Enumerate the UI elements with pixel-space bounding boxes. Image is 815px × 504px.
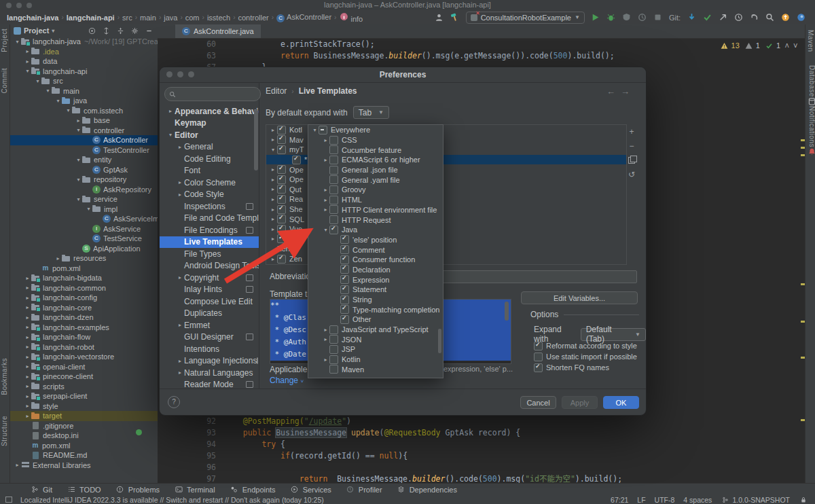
chevron-right-icon[interactable]: ▸ bbox=[269, 177, 277, 183]
chevron-right-icon[interactable]: ▸ bbox=[269, 166, 277, 173]
popup-scrollbar[interactable] bbox=[438, 329, 441, 353]
tool-stripe-bookmarks[interactable]: Bookmarks bbox=[1, 358, 8, 395]
toolwindow-dependencies[interactable]: Dependencies bbox=[397, 485, 457, 494]
context-checkbox[interactable] bbox=[329, 335, 338, 344]
context-checkbox[interactable] bbox=[329, 185, 338, 194]
template-checkbox[interactable] bbox=[277, 234, 286, 243]
chevron-down-icon[interactable]: ▾ bbox=[34, 78, 41, 84]
project-tree-item[interactable]: ▸data bbox=[10, 56, 158, 67]
context-checkbox[interactable] bbox=[340, 305, 349, 314]
context-item-general-json-file[interactable]: General .json file bbox=[308, 165, 443, 175]
context-checkbox[interactable] bbox=[329, 226, 338, 234]
chevron-right-icon[interactable]: ▸ bbox=[166, 108, 175, 114]
chevron-right-icon[interactable]: ▸ bbox=[322, 357, 329, 363]
chevron-right-icon[interactable]: ▸ bbox=[24, 374, 31, 380]
context-item-type-matching-completion[interactable]: Type-matching completion bbox=[308, 304, 443, 314]
collapse-icon[interactable] bbox=[115, 26, 125, 35]
context-item-http-client-environment-file[interactable]: ▸HTTP Client environment file bbox=[308, 205, 443, 215]
project-tree-item[interactable]: ▸base bbox=[10, 115, 158, 126]
chevron-right-icon[interactable]: ▸ bbox=[176, 192, 184, 198]
breadcrumb-item[interactable]: main bbox=[140, 14, 156, 22]
context-item-cucumber-feature[interactable]: Cucumber feature bbox=[308, 145, 443, 155]
chevron-down-icon[interactable]: ▾ bbox=[322, 227, 329, 233]
project-tree-item[interactable]: ▸pinecone-client bbox=[10, 372, 158, 382]
settings-item-reader-mode[interactable]: Reader Mode bbox=[160, 379, 259, 390]
context-item-comment[interactable]: Comment bbox=[308, 245, 443, 255]
settings-item-color-scheme[interactable]: ▸Color Scheme bbox=[160, 177, 259, 189]
toolwindow-todo[interactable]: TODO bbox=[67, 485, 101, 494]
chevron-down-icon[interactable]: ▾ bbox=[14, 39, 21, 45]
minus-icon[interactable] bbox=[144, 26, 153, 35]
context-checkbox[interactable] bbox=[319, 126, 327, 134]
tool-stripe-commit[interactable]: Commit bbox=[1, 68, 8, 93]
settings-item-compose-live-edit[interactable]: Compose Live Edit bbox=[160, 295, 259, 308]
project-tree-item[interactable]: ▾entity bbox=[10, 155, 158, 165]
chevron-right-icon[interactable]: ▸ bbox=[176, 179, 184, 185]
chevron-right-icon[interactable]: ▸ bbox=[75, 118, 82, 124]
stop-button[interactable] bbox=[653, 13, 663, 22]
settings-item-intentions[interactable]: Intentions bbox=[160, 343, 259, 355]
settings-item-file-encodings[interactable]: File Encodings bbox=[160, 224, 259, 236]
play-button[interactable] bbox=[591, 13, 600, 22]
project-tree-item[interactable]: ▸target bbox=[10, 411, 158, 421]
project-tree-item[interactable]: ▸.idea bbox=[10, 47, 158, 57]
change-link[interactable]: Change ˅ bbox=[270, 376, 304, 385]
event-log-icon[interactable] bbox=[5, 497, 12, 503]
breadcrumb-item[interactable]: info bbox=[339, 12, 363, 23]
context-checkbox[interactable] bbox=[329, 325, 338, 334]
indent-size[interactable]: 4 spaces bbox=[683, 496, 712, 504]
context-item-expression[interactable]: Expression bbox=[308, 274, 443, 285]
chevron-right-icon[interactable]: ▸ bbox=[269, 127, 277, 133]
target-icon[interactable] bbox=[87, 26, 96, 35]
chevron-right-icon[interactable]: ▸ bbox=[269, 226, 277, 232]
toolwindow-endpoints[interactable]: Endpoints bbox=[230, 485, 276, 494]
context-checkbox[interactable] bbox=[340, 315, 349, 324]
project-tree-item[interactable]: ▾src bbox=[10, 76, 158, 86]
chevron-right-icon[interactable]: ▸ bbox=[24, 393, 31, 399]
project-tree-item[interactable]: CAskServiceImpl bbox=[10, 214, 158, 224]
duplicate-template-button[interactable] bbox=[627, 156, 636, 165]
coverage-button[interactable] bbox=[622, 13, 632, 22]
template-text-scrollbar[interactable] bbox=[505, 302, 509, 321]
profiler-button[interactable] bbox=[638, 13, 647, 22]
expand-icon[interactable] bbox=[101, 26, 111, 35]
context-checkbox[interactable] bbox=[329, 355, 338, 364]
help-button[interactable]: ? bbox=[168, 396, 180, 408]
search-button[interactable] bbox=[765, 13, 774, 22]
context-checkbox[interactable] bbox=[329, 136, 338, 145]
context-checkbox[interactable] bbox=[340, 245, 349, 254]
git-update-button[interactable] bbox=[687, 13, 696, 22]
toolwindow-terminal[interactable]: Terminal bbox=[174, 485, 215, 494]
context-checkbox[interactable] bbox=[340, 255, 349, 264]
context-item-string[interactable]: String bbox=[308, 295, 443, 305]
chevron-right-icon[interactable]: ▸ bbox=[269, 186, 277, 192]
inspections-widget[interactable]: 1311ᐱᐯ bbox=[720, 41, 797, 50]
settings-history-arrows[interactable]: ←→ bbox=[606, 86, 635, 96]
settings-item-code-editing[interactable]: Code Editing bbox=[160, 153, 259, 165]
breadcrumb-item[interactable]: isstech bbox=[207, 14, 230, 22]
context-checkbox[interactable] bbox=[329, 156, 338, 164]
chevron-right-icon[interactable]: ▸ bbox=[269, 196, 277, 202]
settings-item-appearance-behavior[interactable]: ▸Appearance & Behavior bbox=[160, 105, 259, 118]
chevron-down-icon[interactable]: ▾ bbox=[54, 98, 62, 104]
toolwindow-services[interactable]: Services bbox=[290, 485, 331, 494]
settings-item-font[interactable]: Font bbox=[160, 165, 259, 177]
project-tree-item[interactable]: ▸style bbox=[10, 401, 158, 412]
chevron-right-icon[interactable]: ▸ bbox=[24, 285, 31, 291]
chevron-right-icon[interactable]: ▸ bbox=[322, 206, 329, 213]
settings-breadcrumb-parent[interactable]: Editor bbox=[266, 86, 287, 96]
chevron-down-icon[interactable]: ▾ bbox=[269, 147, 277, 153]
remove-template-button[interactable]: − bbox=[627, 141, 636, 151]
chevron-right-icon[interactable]: ▸ bbox=[24, 295, 31, 301]
project-tree-item[interactable]: IAskRepository bbox=[10, 185, 158, 195]
breadcrumb-item[interactable]: CAskController bbox=[276, 13, 331, 22]
context-item-ecmascript-6-or-higher[interactable]: ▸ECMAScript 6 or higher bbox=[308, 155, 443, 165]
project-tree-item[interactable]: CTestController bbox=[10, 145, 158, 156]
project-tree-item[interactable]: ▸langchain-examples bbox=[10, 323, 158, 333]
project-tree-item[interactable]: ▸langchain-vectorstore bbox=[10, 352, 158, 362]
chevron-down-icon[interactable]: ▾ bbox=[75, 127, 82, 133]
context-item-java[interactable]: ▾Java bbox=[308, 225, 443, 235]
settings-item-natural-languages[interactable]: ▸Natural Languages bbox=[160, 367, 259, 379]
project-tree-item[interactable]: SApiApplication bbox=[10, 244, 158, 254]
context-item--else-position[interactable]: 'else' position bbox=[308, 235, 443, 245]
